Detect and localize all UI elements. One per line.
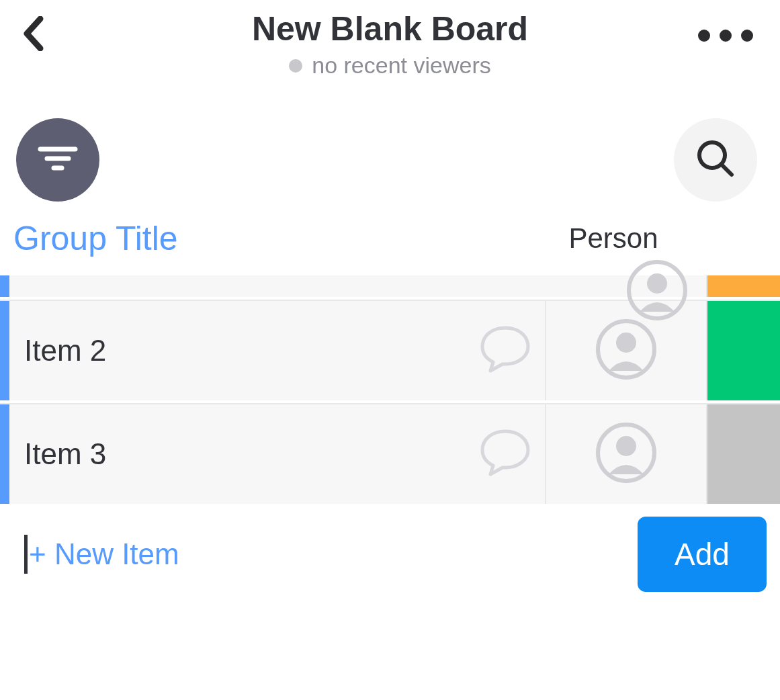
filter-icon <box>38 144 78 176</box>
back-button[interactable] <box>17 19 50 51</box>
avatar-placeholder-icon <box>595 318 657 383</box>
board-group: Item 2 Item 3 <box>0 275 780 605</box>
chat-cell[interactable] <box>466 301 546 400</box>
svg-point-6 <box>647 273 667 294</box>
table-row[interactable]: Item 3 <box>0 403 780 504</box>
group-color-stripe <box>0 404 9 504</box>
group-color-stripe <box>0 275 9 297</box>
avatar-placeholder-icon <box>595 422 657 486</box>
search-icon <box>694 137 737 183</box>
more-button[interactable] <box>698 30 753 42</box>
ellipsis-icon <box>698 30 753 42</box>
chevron-left-icon <box>23 16 44 54</box>
status-cell[interactable] <box>707 301 780 400</box>
text-caret-icon <box>24 535 28 574</box>
svg-line-4 <box>722 165 732 175</box>
status-dot-icon <box>289 59 302 73</box>
group-title-header[interactable]: Group Title <box>13 219 519 258</box>
item-name-cell[interactable]: Item 3 <box>9 404 466 504</box>
group-color-stripe <box>0 301 9 400</box>
status-cell[interactable] <box>707 404 780 504</box>
header-bar: New Blank Board no recent viewers <box>0 0 780 81</box>
svg-point-10 <box>616 436 636 456</box>
new-item-input-wrap <box>9 535 638 574</box>
table-row[interactable] <box>0 275 780 297</box>
title-block: New Blank Board no recent viewers <box>252 9 528 79</box>
person-column-header[interactable]: Person <box>519 222 707 255</box>
status-cell[interactable] <box>707 275 780 297</box>
viewers-row[interactable]: no recent viewers <box>252 52 528 79</box>
person-cell[interactable] <box>546 404 707 504</box>
search-button[interactable] <box>674 118 757 202</box>
new-item-input[interactable] <box>29 537 638 571</box>
board-title[interactable]: New Blank Board <box>252 9 528 48</box>
controls-row <box>0 81 780 202</box>
svg-point-8 <box>616 333 636 353</box>
add-button[interactable]: Add <box>638 517 767 592</box>
speech-bubble-icon <box>477 426 533 482</box>
chat-cell[interactable] <box>466 404 546 504</box>
new-item-row: Add <box>0 504 780 605</box>
speech-bubble-icon <box>477 322 533 379</box>
viewers-label: no recent viewers <box>312 52 490 79</box>
filter-button[interactable] <box>16 118 99 202</box>
item-name-cell[interactable]: Item 2 <box>9 301 466 400</box>
person-cell[interactable] <box>546 275 707 297</box>
